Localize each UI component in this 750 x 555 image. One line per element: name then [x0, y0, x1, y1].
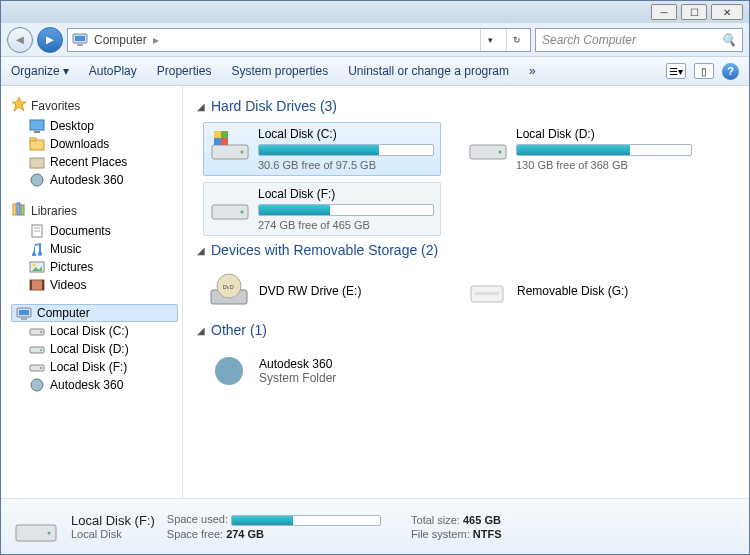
sidebar-item-recent-places[interactable]: Recent Places — [5, 153, 178, 171]
usage-bar — [258, 144, 434, 156]
favorites-header[interactable]: Favorites — [5, 94, 178, 117]
disk-icon — [210, 187, 250, 225]
svg-point-41 — [241, 211, 244, 214]
toolbar-overflow[interactable]: » — [529, 64, 536, 78]
usage-bar — [258, 204, 434, 216]
disk-icon — [468, 127, 508, 165]
organize-menu[interactable]: Organize ▾ — [11, 64, 69, 78]
svg-rect-21 — [42, 280, 44, 290]
help-icon[interactable]: ? — [722, 63, 739, 80]
sidebar-item-documents[interactable]: Documents — [5, 222, 178, 240]
svg-rect-24 — [21, 318, 27, 320]
pictures-icon — [29, 260, 45, 274]
sidebar-item-desktop[interactable]: Desktop — [5, 117, 178, 135]
category-hdd[interactable]: ◢Hard Disk Drives (3) — [197, 98, 735, 114]
svg-text:DVD: DVD — [223, 284, 234, 290]
back-button[interactable]: ◄ — [7, 27, 33, 53]
svg-point-28 — [40, 349, 42, 351]
drive-local-disk-f[interactable]: Local Disk (F:) 274 GB free of 465 GB — [203, 182, 441, 236]
computer-icon — [16, 307, 32, 320]
sidebar-item-pictures[interactable]: Pictures — [5, 258, 178, 276]
refresh-button[interactable]: ↻ — [506, 29, 526, 51]
disk-icon — [29, 360, 45, 374]
autoplay-button[interactable]: AutoPlay — [89, 64, 137, 78]
maximize-button[interactable]: ☐ — [681, 4, 707, 20]
libraries-icon — [11, 201, 27, 220]
svg-point-30 — [40, 367, 42, 369]
svg-rect-36 — [214, 138, 221, 145]
computer-header[interactable]: Computer — [11, 304, 178, 322]
svg-rect-19 — [30, 280, 44, 290]
sidebar-item-local-disk-c[interactable]: Local Disk (C:) — [5, 322, 178, 340]
svg-point-17 — [33, 264, 36, 267]
sidebar-item-local-disk-d[interactable]: Local Disk (D:) — [5, 340, 178, 358]
search-icon: 🔍 — [721, 33, 736, 47]
libraries-group: Libraries Documents Music Pictures Video… — [5, 199, 178, 294]
search-input[interactable]: Search Computer 🔍 — [535, 28, 743, 52]
svg-rect-5 — [34, 131, 40, 133]
properties-button[interactable]: Properties — [157, 64, 212, 78]
system-properties-button[interactable]: System properties — [231, 64, 328, 78]
svg-rect-23 — [19, 310, 29, 315]
view-options-button[interactable]: ☰▾ — [666, 63, 686, 79]
svg-marker-3 — [12, 97, 26, 111]
minimize-button[interactable]: ─ — [651, 4, 677, 20]
sidebar-item-downloads[interactable]: Downloads — [5, 135, 178, 153]
chevron-down-icon: ▾ — [63, 64, 69, 78]
computer-icon — [72, 33, 88, 46]
system-drive-icon — [210, 127, 250, 165]
disk-icon — [29, 324, 45, 338]
svg-rect-2 — [77, 44, 83, 46]
svg-rect-12 — [21, 205, 24, 215]
category-removable[interactable]: ◢Devices with Removable Storage (2) — [197, 242, 735, 258]
breadcrumb-computer[interactable]: Computer — [94, 33, 147, 47]
svg-rect-47 — [475, 292, 499, 295]
titlebar: ─ ☐ ✕ — [1, 1, 749, 23]
svg-point-39 — [499, 151, 502, 154]
uninstall-button[interactable]: Uninstall or change a program — [348, 64, 509, 78]
chevron-down-icon: ◢ — [197, 325, 205, 336]
chevron-right-icon[interactable]: ▸ — [153, 33, 159, 47]
drive-removable-g[interactable]: Removable Disk (G:) — [461, 266, 699, 316]
chevron-down-icon: ◢ — [197, 101, 205, 112]
videos-icon — [29, 278, 45, 292]
svg-rect-4 — [30, 120, 44, 130]
navigation-pane: Favorites Desktop Downloads Recent Place… — [1, 86, 183, 498]
toolbar: Organize ▾ AutoPlay Properties System pr… — [1, 56, 749, 86]
search-placeholder: Search Computer — [542, 33, 636, 47]
computer-group: Computer Local Disk (C:) Local Disk (D:)… — [5, 304, 178, 394]
details-pane: Local Disk (F:) Local Disk Space used: T… — [1, 498, 749, 554]
svg-rect-11 — [17, 203, 20, 215]
address-dropdown[interactable]: ▾ — [480, 29, 500, 51]
sidebar-item-videos[interactable]: Videos — [5, 276, 178, 294]
content-pane: ◢Hard Disk Drives (3) Local Disk (C:) 30… — [183, 86, 749, 498]
chevron-down-icon: ◢ — [197, 245, 205, 256]
forward-button[interactable]: ► — [37, 27, 63, 53]
drive-local-disk-d[interactable]: Local Disk (D:) 130 GB free of 368 GB — [461, 122, 699, 176]
sidebar-item-local-disk-f[interactable]: Local Disk (F:) — [5, 358, 178, 376]
details-title: Local Disk (F:) — [71, 513, 155, 528]
svg-rect-1 — [75, 36, 85, 41]
svg-point-26 — [40, 331, 42, 333]
disk-icon — [13, 507, 59, 547]
downloads-icon — [29, 137, 45, 151]
usage-bar — [516, 144, 692, 156]
sidebar-item-music[interactable]: Music — [5, 240, 178, 258]
close-button[interactable]: ✕ — [711, 4, 743, 20]
disk-icon — [29, 342, 45, 356]
navbar: ◄ ► Computer ▸ ▾ ↻ Search Computer 🔍 — [1, 23, 749, 56]
svg-rect-8 — [30, 158, 44, 168]
drive-autodesk360[interactable]: Autodesk 360 System Folder — [203, 346, 441, 396]
documents-icon — [29, 224, 45, 238]
drive-local-disk-c[interactable]: Local Disk (C:) 30.6 GB free of 97.5 GB — [203, 122, 441, 176]
sidebar-item-autodesk360[interactable]: Autodesk 360 — [5, 171, 178, 189]
libraries-header[interactable]: Libraries — [5, 199, 178, 222]
autodesk-icon — [29, 378, 45, 392]
svg-point-48 — [215, 357, 243, 385]
category-other[interactable]: ◢Other (1) — [197, 322, 735, 338]
drive-dvd-rw-e[interactable]: DVD DVD RW Drive (E:) — [203, 266, 441, 316]
svg-point-9 — [31, 174, 43, 186]
address-bar[interactable]: Computer ▸ ▾ ↻ — [67, 28, 531, 52]
sidebar-item-autodesk360-drive[interactable]: Autodesk 360 — [5, 376, 178, 394]
preview-pane-button[interactable]: ▯ — [694, 63, 714, 79]
